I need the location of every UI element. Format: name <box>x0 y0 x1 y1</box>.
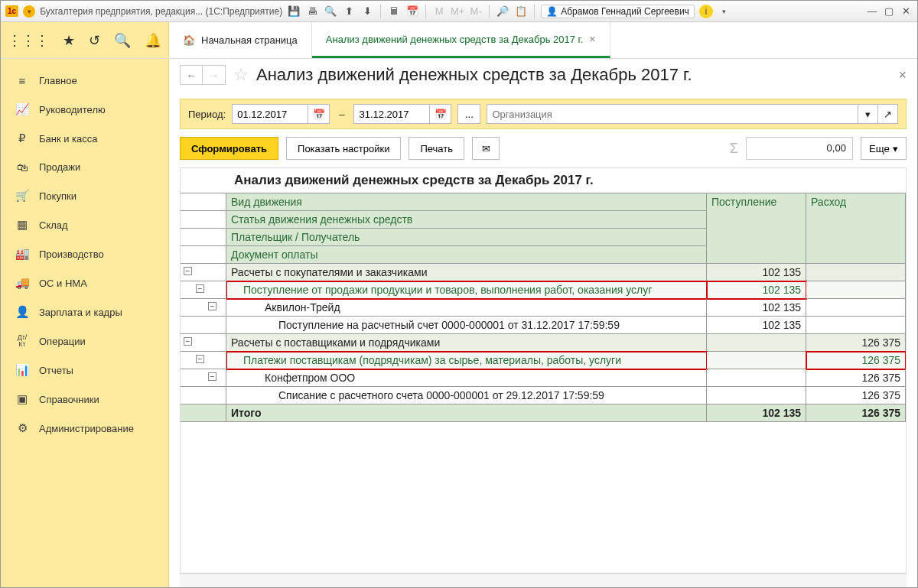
sidebar-label: Склад <box>39 219 68 231</box>
page-title: Анализ движений денежных средств за Дека… <box>256 65 692 85</box>
header-party: Плательщик / Получатель <box>226 229 707 246</box>
calendar-to-button[interactable]: 📅 <box>430 104 451 124</box>
organization-open-button[interactable]: ↗ <box>878 104 898 124</box>
row-sub: Платежи поставщикам (подрядчикам) за сыр… <box>226 352 707 369</box>
user-icon: 👤 <box>546 6 558 17</box>
row-in: 102 135 <box>707 281 806 299</box>
history-icon[interactable]: ↺ <box>89 32 100 49</box>
collapse-toggle[interactable]: − <box>196 355 204 363</box>
row-group: Расчеты с поставщиками и подрядчиками <box>226 334 707 352</box>
show-settings-button[interactable]: Показать настройки <box>286 137 401 160</box>
calendar-from-button[interactable]: 📅 <box>308 104 330 124</box>
content-area: ← → ☆ Анализ движений денежных средств з… <box>169 59 917 587</box>
period-to-input[interactable] <box>353 104 430 124</box>
window-titlebar: 1c ▾ Бухгалтерия предприятия, редакция..… <box>1 1 917 22</box>
close-window-button[interactable]: ✕ <box>899 5 913 18</box>
sidebar-item-operations[interactable]: Дт/КтОперации <box>1 326 168 356</box>
calendar-icon[interactable]: 📅 <box>405 5 419 18</box>
run-report-button[interactable]: Сформировать <box>180 137 278 160</box>
minimize-button[interactable]: — <box>865 5 879 18</box>
sidebar-label: ОС и НМА <box>39 278 87 289</box>
sidebar-item-hr[interactable]: 👤Зарплата и кадры <box>1 297 168 326</box>
header-article: Статья движения денежных средств <box>226 211 707 229</box>
sidebar-label: Операции <box>39 336 86 347</box>
period-picker-button[interactable]: ... <box>457 104 480 124</box>
collapse-toggle[interactable]: − <box>208 372 216 381</box>
apps-icon[interactable]: ⋮⋮⋮ <box>8 32 49 49</box>
collapse-toggle[interactable]: − <box>184 337 192 346</box>
bookmark-mminus-icon[interactable]: M- <box>469 5 483 18</box>
sidebar-item-bank[interactable]: ₽Банк и касса <box>1 124 168 153</box>
total-label: Итого <box>226 404 707 422</box>
sidebar-item-warehouse[interactable]: ▦Склад <box>1 210 168 239</box>
header-type: Вид движения <box>226 193 707 211</box>
zoom-icon[interactable]: 🔎 <box>496 5 509 18</box>
import-icon[interactable]: ⬇ <box>360 5 374 18</box>
sidebar-item-admin[interactable]: ⚙Администрирование <box>1 414 168 443</box>
horizontal-scrollbar[interactable] <box>180 573 907 587</box>
sidebar-item-catalogs[interactable]: ▣Справочники <box>1 385 168 414</box>
factory-icon: 🏭 <box>15 247 30 261</box>
maximize-button[interactable]: ▢ <box>882 5 896 18</box>
tab-close-icon[interactable]: × <box>589 33 595 45</box>
notifications-icon[interactable]: 🔔 <box>145 32 161 49</box>
bag-icon: 🛍 <box>15 161 30 174</box>
info-icon[interactable]: i <box>699 5 713 18</box>
chevron-down-icon: ▾ <box>893 143 898 154</box>
total-in: 102 135 <box>707 404 806 422</box>
more-button[interactable]: Еще▾ <box>861 137 907 160</box>
titlebar-menu-dropdown[interactable]: ▾ <box>23 5 35 18</box>
sidebar-item-manager[interactable]: 📈Руководителю <box>1 95 168 124</box>
search-icon[interactable]: 🔍 <box>114 32 131 49</box>
close-page-button[interactable]: × <box>898 67 907 83</box>
sidebar-item-purchases[interactable]: 🛒Покупки <box>1 181 168 210</box>
organization-dropdown-button[interactable]: ▾ <box>858 104 878 124</box>
header-document: Документ оплаты <box>226 246 707 264</box>
action-bar: Сформировать Показать настройки Печать ✉… <box>180 137 907 160</box>
print-label: Печать <box>420 143 453 154</box>
period-label: Период: <box>188 109 226 120</box>
row-out: 126 375 <box>806 334 906 352</box>
calc-icon[interactable]: 🖩 <box>387 5 401 18</box>
preview-icon[interactable]: 🔍 <box>324 5 337 18</box>
sidebar-item-reports[interactable]: 📊Отчеты <box>1 356 168 385</box>
tab-bar: ⋮⋮⋮ ★ ↺ 🔍 🔔 🏠 Начальная страница Анализ … <box>1 22 917 59</box>
print-icon[interactable]: 🖶 <box>305 5 319 18</box>
save-icon[interactable]: 💾 <box>287 5 301 18</box>
bookmark-m-icon[interactable]: M <box>432 5 446 18</box>
report-area: Анализ движений денежных средств за Дека… <box>180 167 907 573</box>
nav-back-button[interactable]: ← <box>180 65 203 85</box>
collapse-toggle[interactable]: − <box>208 302 216 310</box>
gear-icon: ⚙ <box>15 421 30 435</box>
row-out <box>806 264 906 281</box>
export-icon[interactable]: ⬆ <box>342 5 356 18</box>
clipboard-icon[interactable]: 📋 <box>514 5 528 18</box>
row-out: 126 375 <box>806 369 906 387</box>
email-button[interactable]: ✉ <box>472 137 500 160</box>
period-bar: Период: 📅 – 📅 ... ▾ ↗ <box>180 99 907 129</box>
organization-input[interactable] <box>487 104 858 124</box>
favorite-star-icon[interactable]: ☆ <box>233 65 249 85</box>
period-from-input[interactable] <box>232 104 308 124</box>
bookmark-mplus-icon[interactable]: M+ <box>451 5 464 18</box>
info-dropdown[interactable]: ▾ <box>718 5 731 18</box>
sidebar-item-sales[interactable]: 🛍Продажи <box>1 153 168 181</box>
collapse-toggle[interactable]: − <box>184 267 192 275</box>
sidebar-item-production[interactable]: 🏭Производство <box>1 239 168 268</box>
user-chip[interactable]: 👤 Абрамов Геннадий Сергеевич <box>541 5 695 18</box>
row-in <box>707 352 806 369</box>
tab-report[interactable]: Анализ движений денежных средств за Дека… <box>312 22 610 58</box>
sidebar-label: Справочники <box>39 394 99 405</box>
sidebar-item-assets[interactable]: 🚚ОС и НМА <box>1 268 168 297</box>
collapse-toggle[interactable]: − <box>196 284 204 293</box>
tab-home[interactable]: 🏠 Начальная страница <box>169 22 312 58</box>
nav-forward-button[interactable]: → <box>203 65 226 85</box>
header-income: Поступление <box>707 193 806 264</box>
toolbar-quick-icons: ⋮⋮⋮ ★ ↺ 🔍 🔔 <box>1 22 169 58</box>
sidebar-item-main[interactable]: ≡Главное <box>1 67 168 95</box>
run-report-label: Сформировать <box>191 143 267 154</box>
sum-output: 0,00 <box>746 137 853 160</box>
favorites-icon[interactable]: ★ <box>63 32 75 49</box>
user-name: Абрамов Геннадий Сергеевич <box>561 6 689 17</box>
print-button[interactable]: Печать <box>409 137 464 160</box>
